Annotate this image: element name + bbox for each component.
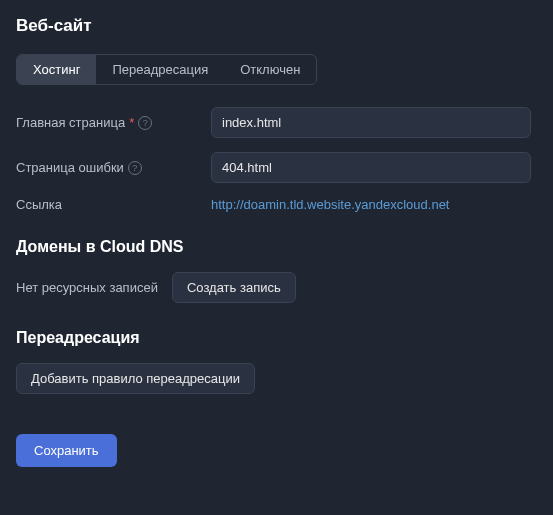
tab-redirect[interactable]: Переадресация — [96, 55, 224, 84]
help-icon[interactable]: ? — [128, 161, 142, 175]
save-button[interactable]: Сохранить — [16, 434, 117, 467]
help-icon[interactable]: ? — [138, 116, 152, 130]
tab-disabled[interactable]: Отключен — [224, 55, 316, 84]
dns-empty-text: Нет ресурсных записей — [16, 280, 158, 295]
dns-row: Нет ресурсных записей Создать запись — [16, 272, 537, 303]
create-record-button[interactable]: Создать запись — [172, 272, 296, 303]
row-link: Ссылка http://doamin.tld.website.yandexc… — [16, 197, 537, 212]
dns-section-title: Домены в Cloud DNS — [16, 238, 537, 256]
error-page-input[interactable] — [211, 152, 531, 183]
main-page-label-text: Главная страница — [16, 115, 125, 130]
tab-hosting[interactable]: Хостинг — [17, 55, 96, 84]
row-error-page: Страница ошибки ? — [16, 152, 537, 183]
link-label: Ссылка — [16, 197, 211, 212]
add-redirect-rule-button[interactable]: Добавить правило переадресации — [16, 363, 255, 394]
error-page-label: Страница ошибки ? — [16, 160, 211, 175]
row-main-page: Главная страница* ? — [16, 107, 537, 138]
website-link[interactable]: http://doamin.tld.website.yandexcloud.ne… — [211, 197, 449, 212]
main-page-input[interactable] — [211, 107, 531, 138]
error-page-label-text: Страница ошибки — [16, 160, 124, 175]
page-title: Веб-сайт — [16, 16, 537, 36]
tabs: Хостинг Переадресация Отключен — [16, 54, 317, 85]
redirect-section-title: Переадресация — [16, 329, 537, 347]
required-asterisk: * — [129, 115, 134, 130]
main-page-label: Главная страница* ? — [16, 115, 211, 130]
